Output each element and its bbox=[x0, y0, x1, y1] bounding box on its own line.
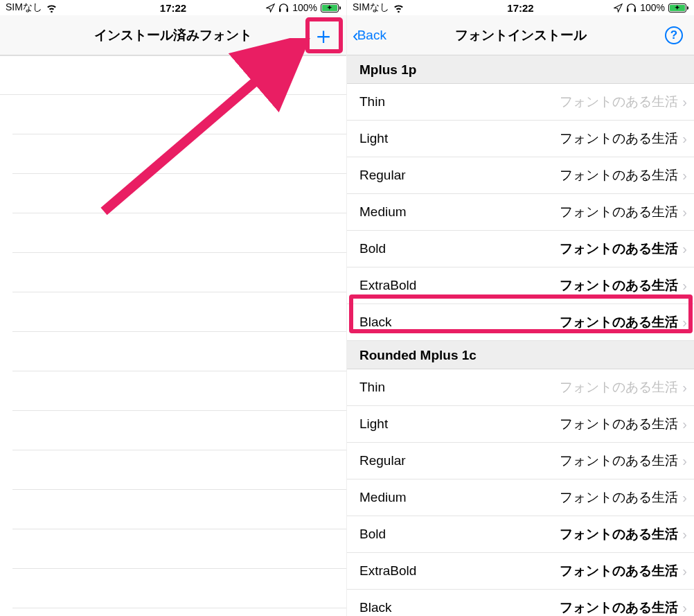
status-bar: SIMなし 17:22 100% ✦ bbox=[347, 0, 694, 15]
font-sample-text: フォントのある生活 bbox=[560, 276, 678, 294]
list-item[interactable] bbox=[12, 371, 346, 411]
location-icon bbox=[614, 3, 623, 12]
font-weight-label: Thin bbox=[359, 94, 385, 109]
font-row-medium[interactable]: Mediumフォントのある生活› bbox=[347, 194, 694, 231]
font-row-extrabold[interactable]: ExtraBoldフォントのある生活› bbox=[347, 267, 694, 304]
chevron-right-icon: › bbox=[682, 600, 687, 616]
font-weight-label: Bold bbox=[359, 241, 386, 256]
wifi-icon bbox=[46, 3, 57, 12]
list-item[interactable] bbox=[0, 55, 346, 95]
font-sample-text: フォントのある生活 bbox=[560, 166, 678, 184]
battery-pct: 100% bbox=[292, 2, 317, 13]
headphone-icon bbox=[278, 3, 289, 12]
font-sample-text: フォントのある生活 bbox=[560, 525, 678, 543]
phone-left: SIMなし 17:22 100% ✦ インストール済みフォント ＋ bbox=[0, 0, 347, 616]
font-sample-text: フォントのある生活 bbox=[560, 378, 678, 396]
chevron-right-icon: › bbox=[682, 563, 687, 579]
chevron-right-icon: › bbox=[682, 416, 687, 432]
font-weight-label: Light bbox=[359, 416, 388, 432]
chevron-right-icon: › bbox=[682, 380, 687, 396]
font-row-medium[interactable]: Mediumフォントのある生活› bbox=[347, 479, 694, 516]
font-row-light[interactable]: Lightフォントのある生活› bbox=[347, 406, 694, 443]
font-row-thin[interactable]: Thinフォントのある生活› bbox=[347, 84, 694, 121]
list-item[interactable] bbox=[12, 450, 346, 490]
battery-icon: ✦ bbox=[321, 3, 341, 12]
empty-list bbox=[0, 55, 346, 608]
back-button[interactable]: ‹ Back bbox=[353, 26, 386, 44]
back-label: Back bbox=[357, 28, 386, 43]
font-weight-label: Medium bbox=[359, 490, 407, 505]
chevron-right-icon: › bbox=[682, 94, 687, 110]
chevron-right-icon: › bbox=[682, 168, 687, 184]
list-item[interactable] bbox=[12, 332, 346, 371]
font-weight-label: Medium bbox=[359, 204, 407, 220]
svg-rect-3 bbox=[627, 8, 628, 12]
chevron-right-icon: › bbox=[682, 527, 687, 543]
font-row-extrabold[interactable]: ExtraBoldフォントのある生活› bbox=[347, 553, 694, 590]
chevron-right-icon: › bbox=[682, 131, 687, 147]
headphone-icon bbox=[626, 3, 637, 12]
font-sample-text: フォントのある生活 bbox=[560, 203, 678, 221]
chevron-right-icon: › bbox=[682, 453, 687, 469]
svg-rect-4 bbox=[634, 8, 636, 12]
font-sample-text: フォントのある生活 bbox=[560, 562, 678, 580]
font-row-thin[interactable]: Thinフォントのある生活› bbox=[347, 369, 694, 406]
font-row-regular[interactable]: Regularフォントのある生活› bbox=[347, 443, 694, 479]
font-weight-label: Regular bbox=[359, 168, 406, 183]
list-item[interactable] bbox=[12, 95, 346, 134]
font-weight-label: Bold bbox=[359, 527, 386, 542]
font-weight-label: Light bbox=[359, 131, 388, 146]
chevron-right-icon: › bbox=[682, 315, 687, 331]
font-weight-label: ExtraBold bbox=[359, 278, 416, 293]
font-weight-label: Regular bbox=[359, 453, 406, 468]
font-row-bold[interactable]: Boldフォントのある生活› bbox=[347, 231, 694, 267]
list-item[interactable] bbox=[12, 490, 346, 529]
svg-rect-0 bbox=[279, 8, 281, 12]
help-button[interactable]: ? bbox=[665, 26, 683, 44]
font-row-bold[interactable]: Boldフォントのある生活› bbox=[347, 516, 694, 553]
page-title: インストール済みフォント bbox=[94, 26, 252, 44]
wifi-icon bbox=[393, 3, 404, 12]
carrier-label: SIMなし bbox=[6, 1, 42, 14]
font-row-light[interactable]: Lightフォントのある生活› bbox=[347, 121, 694, 157]
nav-bar-right: ‹ Back フォントインストール ? bbox=[347, 15, 694, 55]
status-time: 17:22 bbox=[507, 2, 533, 14]
location-icon bbox=[266, 3, 275, 12]
chevron-right-icon: › bbox=[682, 204, 687, 220]
font-weight-label: Thin bbox=[359, 380, 385, 395]
add-button[interactable]: ＋ bbox=[312, 24, 335, 47]
font-row-black[interactable]: Blackフォントのある生活› bbox=[347, 590, 694, 616]
chevron-right-icon: › bbox=[682, 278, 687, 294]
chevron-right-icon: › bbox=[682, 490, 687, 506]
list-item[interactable] bbox=[12, 569, 346, 608]
battery-icon: ✦ bbox=[668, 3, 688, 12]
status-bar: SIMなし 17:22 100% ✦ bbox=[0, 0, 346, 15]
list-item[interactable] bbox=[12, 411, 346, 450]
list-item[interactable] bbox=[12, 134, 346, 174]
font-weight-label: Black bbox=[359, 600, 391, 615]
font-sample-text: フォントのある生活 bbox=[560, 599, 678, 616]
list-item[interactable] bbox=[12, 253, 346, 292]
font-sample-text: フォントのある生活 bbox=[560, 415, 678, 433]
list-item[interactable] bbox=[12, 174, 346, 213]
font-sample-text: フォントのある生活 bbox=[560, 489, 678, 507]
font-sample-text: フォントのある生活 bbox=[560, 452, 678, 470]
nav-bar-left: インストール済みフォント ＋ bbox=[0, 15, 346, 55]
font-sample-text: フォントのある生活 bbox=[560, 130, 678, 148]
svg-rect-1 bbox=[287, 8, 288, 12]
list-item[interactable] bbox=[12, 292, 346, 332]
font-weight-label: ExtraBold bbox=[359, 563, 416, 579]
list-item[interactable] bbox=[12, 529, 346, 569]
font-row-black[interactable]: Blackフォントのある生活› bbox=[347, 304, 694, 341]
font-row-regular[interactable]: Regularフォントのある生活› bbox=[347, 157, 694, 194]
page-title: フォントインストール bbox=[455, 26, 587, 44]
section-header: Rounded Mplus 1c bbox=[347, 341, 694, 369]
battery-pct: 100% bbox=[640, 2, 665, 13]
font-sample-text: フォントのある生活 bbox=[560, 93, 678, 111]
font-sample-text: フォントのある生活 bbox=[560, 313, 678, 331]
font-weight-label: Black bbox=[359, 315, 391, 330]
status-time: 17:22 bbox=[160, 2, 186, 14]
carrier-label: SIMなし bbox=[353, 1, 389, 14]
section-header: Mplus 1p bbox=[347, 55, 694, 84]
list-item[interactable] bbox=[12, 213, 346, 253]
